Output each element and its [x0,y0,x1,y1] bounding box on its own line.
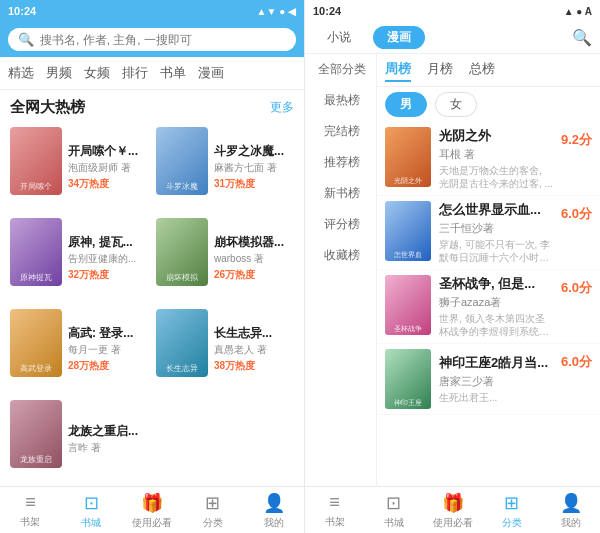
right-nav-shelf[interactable]: ≡ 书架 [305,492,364,530]
nav-tab-shudan[interactable]: 书单 [160,62,186,84]
left-bottom-nav: ≡ 书架 ⊡ 书城 🎁 使用必看 ⊞ 分类 👤 我的 [0,486,304,533]
left-time: 10:24 [8,5,36,17]
cover-text-4: 高武登录 [12,364,60,374]
book-info-1: 斗罗之冰魔... 麻酱方七面 著 31万热度 [214,127,294,208]
rank-book-1[interactable]: 怎世界血 怎么世界显示血... 三千恒沙著 穿越, 可能不只有一次, 李默每日沉… [377,196,600,270]
rank-cover-2: 圣杯战争 [385,275,431,335]
nav-tab-manhua[interactable]: 漫画 [198,62,224,84]
search-input[interactable] [40,33,286,47]
right-type-tabs: 小说 漫画 🔍 [305,22,600,54]
right-mustread-icon: 🎁 [442,492,464,514]
book-cover-6: 龙族重启 [10,400,62,468]
book-item-6[interactable]: 龙族重启 龙族之重启... 言昨 著 [6,395,152,486]
rank-title-2: 圣杯战争, 但是... [439,275,553,293]
type-tab-comic[interactable]: 漫画 [373,26,425,49]
book-heat-1: 31万热度 [214,177,294,191]
rank-cover-1: 怎世界血 [385,201,431,261]
rank-desc-0: 天地是万物众生的客舍, 光阴是古往今来的过客, ... [439,164,553,190]
book-item-5[interactable]: 长生志异 长生志异... 真愚老人 著 38万热度 [152,304,298,395]
book-item-3[interactable]: 崩坏模拟 崩坏模拟器... warboss 著 26万热度 [152,213,298,304]
nav-tab-jingxuan[interactable]: 精选 [8,62,34,84]
book-info-2: 原神, 提瓦... 告别亚健康的... 32万热度 [68,218,148,299]
shelf-icon: ≡ [25,492,36,513]
book-grid: 开局嗦个 开局嗦个￥... 泡面级厨师 著 34万热度 斗罗冰魔 斗罗之冰魔..… [0,122,304,486]
right-panel: 10:24 ▲ ● A 小说 漫画 🔍 全部分类 最热榜 完结榜 推荐榜 新书榜… [305,0,600,533]
left-nav-shelf[interactable]: ≡ 书架 [0,492,61,530]
cover-text-1: 斗罗冰魔 [158,182,206,192]
right-nav-mine[interactable]: 👤 我的 [541,492,600,530]
gender-tab-male[interactable]: 男 [385,92,427,117]
left-nav-mustread[interactable]: 🎁 使用必看 [122,492,183,530]
rank-author-1: 三千恒沙著 [439,221,553,236]
type-tab-novel[interactable]: 小说 [313,26,365,49]
left-nav-category[interactable]: ⊞ 分类 [182,492,243,530]
book-info-6: 龙族之重启... 言昨 著 [68,400,148,481]
rank-book-2[interactable]: 圣杯战争 圣杯战争, 但是... 狮子azaza著 世界, 领入冬木第四次圣杯战… [377,270,600,344]
period-tab-week[interactable]: 周榜 [385,58,411,82]
rank-book-3[interactable]: 神印王座 神印王座2皓月当... 唐家三少著 生死出君王... 6.0分 [377,344,600,415]
rank-sidebar: 全部分类 最热榜 完结榜 推荐榜 新书榜 评分榜 收藏榜 [305,54,377,486]
search-input-wrap[interactable]: 🔍 [8,28,296,51]
right-time: 10:24 [313,5,341,17]
rank-content-area: 全部分类 最热榜 完结榜 推荐榜 新书榜 评分榜 收藏榜 周榜 月榜 总榜 男 … [305,54,600,486]
more-button[interactable]: 更多 [270,99,294,116]
nav-tab-nannan[interactable]: 男频 [46,62,72,84]
right-search-icon[interactable]: 🔍 [572,28,592,47]
book-author-6: 言昨 著 [68,441,148,455]
book-heat-2: 32万热度 [68,268,148,282]
book-cover-2: 原神提瓦 [10,218,62,286]
right-shelf-icon: ≡ [329,492,340,513]
left-status-icons: ▲▼ ● ◀ [257,6,296,17]
book-item-2[interactable]: 原神提瓦 原神, 提瓦... 告别亚健康的... 32万热度 [6,213,152,304]
nav-tab-paihang[interactable]: 排行 [122,62,148,84]
right-nav-bookstore[interactable]: ⊡ 书城 [364,492,423,530]
book-item-0[interactable]: 开局嗦个 开局嗦个￥... 泡面级厨师 著 34万热度 [6,122,152,213]
gender-tabs: 男 女 [377,87,600,122]
book-cover-4: 高武登录 [10,309,62,377]
period-tab-total[interactable]: 总榜 [469,58,495,82]
rank-score-2: 6.0分 [561,275,592,297]
right-nav-category[interactable]: ⊞ 分类 [482,492,541,530]
book-info-5: 长生志异... 真愚老人 著 38万热度 [214,309,294,390]
rank-side-collect[interactable]: 收藏榜 [305,240,376,271]
book-title-6: 龙族之重启... [68,424,148,440]
right-category-icon: ⊞ [504,492,519,514]
book-author-1: 麻酱方七面 著 [214,161,294,175]
rank-author-2: 狮子azaza著 [439,295,553,310]
rank-side-recommend[interactable]: 推荐榜 [305,147,376,178]
right-bottom-nav: ≡ 书架 ⊡ 书城 🎁 使用必看 ⊞ 分类 👤 我的 [305,486,600,533]
cover-text-0: 开局嗦个 [12,182,60,192]
section-title: 全网大热榜 [10,98,85,117]
book-author-4: 每月一更 著 [68,343,148,357]
rank-book-0[interactable]: 光阴之外 光阴之外 耳根 著 天地是万物众生的客舍, 光阴是古往今来的过客, .… [377,122,600,196]
rank-side-new[interactable]: 新书榜 [305,178,376,209]
rank-cover-text-0: 光阴之外 [387,177,429,185]
rank-desc-3: 生死出君王... [439,391,553,404]
rank-author-0: 耳根 著 [439,147,553,162]
right-nav-mustread[interactable]: 🎁 使用必看 [423,492,482,530]
book-heat-0: 34万热度 [68,177,148,191]
rank-side-score[interactable]: 评分榜 [305,209,376,240]
left-nav-mine[interactable]: 👤 我的 [243,492,304,530]
nav-tabs: 精选 男频 女频 排行 书单 漫画 [0,57,304,90]
section-header: 全网大热榜 更多 [0,90,304,122]
right-bookstore-icon: ⊡ [386,492,401,514]
rank-side-complete[interactable]: 完结榜 [305,116,376,147]
book-heat-5: 38万热度 [214,359,294,373]
book-info-3: 崩坏模拟器... warboss 著 26万热度 [214,218,294,299]
period-tab-month[interactable]: 月榜 [427,58,453,82]
rank-cover-text-2: 圣杯战争 [387,325,429,333]
left-nav-bookstore[interactable]: ⊡ 书城 [61,492,122,530]
book-author-2: 告别亚健康的... [68,252,148,266]
gender-tab-female[interactable]: 女 [435,92,477,117]
book-item-1[interactable]: 斗罗冰魔 斗罗之冰魔... 麻酱方七面 著 31万热度 [152,122,298,213]
cover-text-6: 龙族重启 [12,455,60,465]
rank-side-hot[interactable]: 最热榜 [305,85,376,116]
book-title-1: 斗罗之冰魔... [214,144,294,160]
nav-tab-nvnan[interactable]: 女频 [84,62,110,84]
rank-list: 光阴之外 光阴之外 耳根 著 天地是万物众生的客舍, 光阴是古往今来的过客, .… [377,122,600,486]
book-cover-0: 开局嗦个 [10,127,62,195]
rank-side-all[interactable]: 全部分类 [305,54,376,85]
book-title-4: 高武: 登录... [68,326,148,342]
book-item-4[interactable]: 高武登录 高武: 登录... 每月一更 著 28万热度 [6,304,152,395]
